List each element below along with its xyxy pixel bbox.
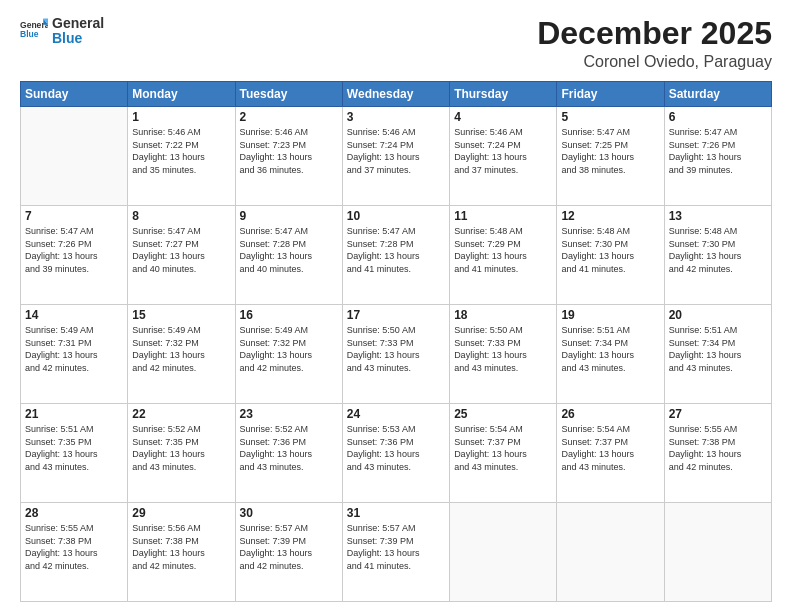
day-number: 6 <box>669 110 767 124</box>
day-info: Sunrise: 5:52 AM Sunset: 7:35 PM Dayligh… <box>132 423 230 473</box>
calendar-cell: 29Sunrise: 5:56 AM Sunset: 7:38 PM Dayli… <box>128 503 235 602</box>
calendar-week-row: 14Sunrise: 5:49 AM Sunset: 7:31 PM Dayli… <box>21 305 772 404</box>
day-number: 7 <box>25 209 123 223</box>
calendar-cell: 7Sunrise: 5:47 AM Sunset: 7:26 PM Daylig… <box>21 206 128 305</box>
calendar-cell: 27Sunrise: 5:55 AM Sunset: 7:38 PM Dayli… <box>664 404 771 503</box>
calendar-cell: 30Sunrise: 5:57 AM Sunset: 7:39 PM Dayli… <box>235 503 342 602</box>
day-info: Sunrise: 5:56 AM Sunset: 7:38 PM Dayligh… <box>132 522 230 572</box>
calendar-cell: 22Sunrise: 5:52 AM Sunset: 7:35 PM Dayli… <box>128 404 235 503</box>
day-info: Sunrise: 5:49 AM Sunset: 7:31 PM Dayligh… <box>25 324 123 374</box>
day-info: Sunrise: 5:55 AM Sunset: 7:38 PM Dayligh… <box>25 522 123 572</box>
calendar-cell: 11Sunrise: 5:48 AM Sunset: 7:29 PM Dayli… <box>450 206 557 305</box>
day-info: Sunrise: 5:46 AM Sunset: 7:23 PM Dayligh… <box>240 126 338 176</box>
day-number: 19 <box>561 308 659 322</box>
calendar-cell: 15Sunrise: 5:49 AM Sunset: 7:32 PM Dayli… <box>128 305 235 404</box>
day-number: 10 <box>347 209 445 223</box>
calendar-cell: 12Sunrise: 5:48 AM Sunset: 7:30 PM Dayli… <box>557 206 664 305</box>
day-info: Sunrise: 5:54 AM Sunset: 7:37 PM Dayligh… <box>561 423 659 473</box>
logo-blue: Blue <box>52 31 104 46</box>
calendar-cell: 24Sunrise: 5:53 AM Sunset: 7:36 PM Dayli… <box>342 404 449 503</box>
day-number: 17 <box>347 308 445 322</box>
day-info: Sunrise: 5:57 AM Sunset: 7:39 PM Dayligh… <box>347 522 445 572</box>
day-info: Sunrise: 5:47 AM Sunset: 7:25 PM Dayligh… <box>561 126 659 176</box>
month-title: December 2025 <box>537 16 772 51</box>
calendar-cell: 28Sunrise: 5:55 AM Sunset: 7:38 PM Dayli… <box>21 503 128 602</box>
day-number: 23 <box>240 407 338 421</box>
day-number: 22 <box>132 407 230 421</box>
day-number: 28 <box>25 506 123 520</box>
calendar-week-row: 1Sunrise: 5:46 AM Sunset: 7:22 PM Daylig… <box>21 107 772 206</box>
weekday-header-friday: Friday <box>557 82 664 107</box>
weekday-header-saturday: Saturday <box>664 82 771 107</box>
calendar-cell <box>21 107 128 206</box>
day-info: Sunrise: 5:55 AM Sunset: 7:38 PM Dayligh… <box>669 423 767 473</box>
weekday-header-wednesday: Wednesday <box>342 82 449 107</box>
day-number: 5 <box>561 110 659 124</box>
day-number: 31 <box>347 506 445 520</box>
calendar-cell <box>557 503 664 602</box>
day-number: 20 <box>669 308 767 322</box>
day-info: Sunrise: 5:48 AM Sunset: 7:30 PM Dayligh… <box>669 225 767 275</box>
day-info: Sunrise: 5:48 AM Sunset: 7:29 PM Dayligh… <box>454 225 552 275</box>
calendar-cell: 6Sunrise: 5:47 AM Sunset: 7:26 PM Daylig… <box>664 107 771 206</box>
day-number: 21 <box>25 407 123 421</box>
weekday-header-monday: Monday <box>128 82 235 107</box>
day-number: 2 <box>240 110 338 124</box>
calendar-cell: 2Sunrise: 5:46 AM Sunset: 7:23 PM Daylig… <box>235 107 342 206</box>
calendar-week-row: 7Sunrise: 5:47 AM Sunset: 7:26 PM Daylig… <box>21 206 772 305</box>
calendar-cell: 13Sunrise: 5:48 AM Sunset: 7:30 PM Dayli… <box>664 206 771 305</box>
calendar-cell: 16Sunrise: 5:49 AM Sunset: 7:32 PM Dayli… <box>235 305 342 404</box>
calendar-cell: 3Sunrise: 5:46 AM Sunset: 7:24 PM Daylig… <box>342 107 449 206</box>
calendar-cell: 1Sunrise: 5:46 AM Sunset: 7:22 PM Daylig… <box>128 107 235 206</box>
day-info: Sunrise: 5:46 AM Sunset: 7:24 PM Dayligh… <box>454 126 552 176</box>
day-number: 16 <box>240 308 338 322</box>
svg-text:Blue: Blue <box>20 30 39 40</box>
day-info: Sunrise: 5:47 AM Sunset: 7:28 PM Dayligh… <box>347 225 445 275</box>
day-info: Sunrise: 5:53 AM Sunset: 7:36 PM Dayligh… <box>347 423 445 473</box>
calendar-cell: 20Sunrise: 5:51 AM Sunset: 7:34 PM Dayli… <box>664 305 771 404</box>
day-info: Sunrise: 5:46 AM Sunset: 7:24 PM Dayligh… <box>347 126 445 176</box>
calendar-cell: 31Sunrise: 5:57 AM Sunset: 7:39 PM Dayli… <box>342 503 449 602</box>
calendar-cell: 18Sunrise: 5:50 AM Sunset: 7:33 PM Dayli… <box>450 305 557 404</box>
day-number: 3 <box>347 110 445 124</box>
day-number: 25 <box>454 407 552 421</box>
day-number: 8 <box>132 209 230 223</box>
calendar-cell: 8Sunrise: 5:47 AM Sunset: 7:27 PM Daylig… <box>128 206 235 305</box>
day-info: Sunrise: 5:47 AM Sunset: 7:26 PM Dayligh… <box>25 225 123 275</box>
weekday-header-sunday: Sunday <box>21 82 128 107</box>
day-info: Sunrise: 5:50 AM Sunset: 7:33 PM Dayligh… <box>454 324 552 374</box>
calendar-cell: 5Sunrise: 5:47 AM Sunset: 7:25 PM Daylig… <box>557 107 664 206</box>
calendar-cell: 9Sunrise: 5:47 AM Sunset: 7:28 PM Daylig… <box>235 206 342 305</box>
day-number: 13 <box>669 209 767 223</box>
calendar-week-row: 21Sunrise: 5:51 AM Sunset: 7:35 PM Dayli… <box>21 404 772 503</box>
day-number: 26 <box>561 407 659 421</box>
day-number: 18 <box>454 308 552 322</box>
logo-general: General <box>52 16 104 31</box>
header: General Blue General Blue December 2025 … <box>20 16 772 71</box>
weekday-header-thursday: Thursday <box>450 82 557 107</box>
day-info: Sunrise: 5:49 AM Sunset: 7:32 PM Dayligh… <box>240 324 338 374</box>
calendar-cell: 14Sunrise: 5:49 AM Sunset: 7:31 PM Dayli… <box>21 305 128 404</box>
day-number: 30 <box>240 506 338 520</box>
logo-icon: General Blue <box>20 17 48 45</box>
day-info: Sunrise: 5:50 AM Sunset: 7:33 PM Dayligh… <box>347 324 445 374</box>
calendar-cell <box>664 503 771 602</box>
day-number: 15 <box>132 308 230 322</box>
day-number: 12 <box>561 209 659 223</box>
day-info: Sunrise: 5:46 AM Sunset: 7:22 PM Dayligh… <box>132 126 230 176</box>
calendar-week-row: 28Sunrise: 5:55 AM Sunset: 7:38 PM Dayli… <box>21 503 772 602</box>
day-number: 27 <box>669 407 767 421</box>
calendar-cell: 23Sunrise: 5:52 AM Sunset: 7:36 PM Dayli… <box>235 404 342 503</box>
day-info: Sunrise: 5:51 AM Sunset: 7:34 PM Dayligh… <box>561 324 659 374</box>
day-info: Sunrise: 5:49 AM Sunset: 7:32 PM Dayligh… <box>132 324 230 374</box>
calendar-cell: 10Sunrise: 5:47 AM Sunset: 7:28 PM Dayli… <box>342 206 449 305</box>
day-info: Sunrise: 5:51 AM Sunset: 7:35 PM Dayligh… <box>25 423 123 473</box>
day-number: 29 <box>132 506 230 520</box>
day-info: Sunrise: 5:52 AM Sunset: 7:36 PM Dayligh… <box>240 423 338 473</box>
calendar-cell: 21Sunrise: 5:51 AM Sunset: 7:35 PM Dayli… <box>21 404 128 503</box>
day-info: Sunrise: 5:54 AM Sunset: 7:37 PM Dayligh… <box>454 423 552 473</box>
calendar-table: SundayMondayTuesdayWednesdayThursdayFrid… <box>20 81 772 602</box>
day-number: 11 <box>454 209 552 223</box>
day-info: Sunrise: 5:48 AM Sunset: 7:30 PM Dayligh… <box>561 225 659 275</box>
calendar-cell: 17Sunrise: 5:50 AM Sunset: 7:33 PM Dayli… <box>342 305 449 404</box>
